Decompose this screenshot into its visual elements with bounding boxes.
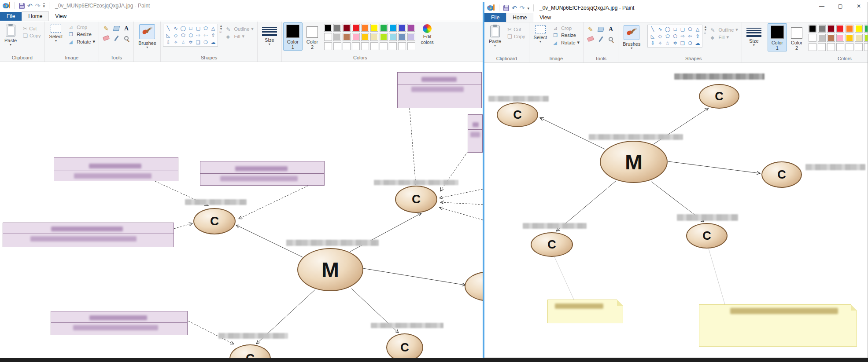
line-shape-icon[interactable]: ╲ <box>164 25 172 32</box>
four-point-star-shape-icon[interactable]: ✧ <box>656 40 664 47</box>
scroll-down-icon[interactable]: ▼ <box>219 27 222 30</box>
crop-button[interactable]: Crop <box>66 24 97 31</box>
brushes-button[interactable]: Brushes ▾ <box>620 23 643 51</box>
curve-shape-icon[interactable]: ∿ <box>172 25 179 32</box>
palette-color-swatch[interactable] <box>389 24 397 32</box>
cut-button[interactable]: ✂ Cut <box>21 25 43 32</box>
drawing-canvas-right[interactable]: CCMCCC <box>485 63 868 358</box>
oval-callout-shape-icon[interactable]: ❍ <box>686 40 694 47</box>
magnifier-icon[interactable] <box>606 34 616 44</box>
tab-file[interactable]: File <box>0 12 22 21</box>
gallery-expand-icon[interactable]: ⍗ <box>219 30 222 34</box>
scroll-up-icon[interactable]: ▲ <box>704 25 707 28</box>
customize-qat-button[interactable]: ▾ <box>43 4 45 8</box>
palette-empty-slot[interactable] <box>352 42 360 50</box>
select-button[interactable]: Select ▾ <box>531 23 550 44</box>
four-point-star-shape-icon[interactable]: ✧ <box>172 39 179 46</box>
palette-color-swatch[interactable] <box>407 33 415 41</box>
size-button[interactable]: Size ▾ <box>259 22 280 47</box>
color2-button[interactable]: Color 2 <box>788 23 805 51</box>
palette-color-swatch[interactable] <box>407 24 415 32</box>
gallery-expand-icon[interactable]: ⍗ <box>704 31 707 35</box>
customize-qat-button[interactable]: ▾ <box>527 6 529 11</box>
select-button[interactable]: Select ▾ <box>46 22 66 44</box>
redo-button[interactable]: ↷ <box>520 5 525 11</box>
six-point-star-shape-icon[interactable]: ✡ <box>187 39 194 46</box>
rotate-button[interactable]: Rotate ▾ <box>551 39 582 46</box>
diamond-shape-icon[interactable]: ◇ <box>656 33 664 40</box>
palette-color-swatch[interactable] <box>398 24 406 32</box>
eraser-icon[interactable] <box>586 34 595 44</box>
palette-color-swatch[interactable] <box>343 24 351 32</box>
tab-file[interactable]: File <box>484 13 506 22</box>
palette-color-swatch[interactable] <box>324 24 332 32</box>
palette-color-swatch[interactable] <box>352 24 360 32</box>
left-arrow-shape-icon[interactable]: ⇦ <box>202 32 209 39</box>
palette-color-swatch[interactable] <box>343 33 351 41</box>
color-picker-icon[interactable] <box>111 33 121 43</box>
tab-view[interactable]: View <box>49 12 73 21</box>
right-arrow-shape-icon[interactable]: ⇨ <box>194 32 202 39</box>
resize-button[interactable]: Resize <box>551 32 582 39</box>
curve-shape-icon[interactable]: ∿ <box>656 26 664 33</box>
palette-empty-slot[interactable] <box>389 42 397 50</box>
copy-button[interactable]: ❏ Copy <box>21 32 43 39</box>
color2-button[interactable]: Color 2 <box>303 22 321 51</box>
copy-button[interactable]: ❏ Copy <box>505 33 527 40</box>
left-arrow-shape-icon[interactable]: ⇦ <box>686 33 694 40</box>
undo-button[interactable]: ↶ <box>27 3 33 9</box>
palette-color-swatch[interactable] <box>855 25 863 33</box>
save-button[interactable] <box>19 3 25 9</box>
brushes-button[interactable]: Brushes ▾ <box>135 22 159 50</box>
undo-button[interactable]: ↶ <box>512 5 517 11</box>
five-point-star-shape-icon[interactable]: ☆ <box>664 40 671 47</box>
size-button[interactable]: Size ▾ <box>743 23 765 48</box>
outline-button[interactable]: Outline ▾ <box>224 25 255 33</box>
palette-empty-slot[interactable] <box>398 42 406 50</box>
cut-button[interactable]: ✂ Cut <box>505 26 527 33</box>
fill-bucket-icon[interactable] <box>111 24 121 33</box>
palette-color-swatch[interactable] <box>398 33 406 41</box>
titlebar-right[interactable]: ↶ ↷ ▾ _0v_MUNp6EfCFzosjqQxgJA.jpg - Pain… <box>484 2 868 14</box>
scroll-up-icon[interactable]: ▲ <box>219 24 222 27</box>
palette-color-swatch[interactable] <box>827 34 835 42</box>
palette-empty-slot[interactable] <box>809 43 816 51</box>
scroll-down-icon[interactable]: ▼ <box>704 28 707 31</box>
triangle-shape-icon[interactable]: △ <box>209 25 217 32</box>
palette-color-swatch[interactable] <box>324 33 332 41</box>
line-shape-icon[interactable]: ╲ <box>649 26 656 33</box>
ellipse-shape-icon[interactable]: ◯ <box>664 26 671 33</box>
paste-button[interactable]: Paste ▾ <box>486 23 504 48</box>
pencil-icon[interactable]: ✎ <box>586 25 595 34</box>
palette-empty-slot[interactable] <box>370 42 378 50</box>
palette-empty-slot[interactable] <box>380 42 388 50</box>
palette-color-swatch[interactable] <box>864 34 868 42</box>
palette-empty-slot[interactable] <box>836 43 844 51</box>
edit-colors-button[interactable]: Edit colors <box>417 22 437 45</box>
magnifier-icon[interactable] <box>122 33 131 43</box>
right-triangle-shape-icon[interactable]: ◺ <box>164 32 172 39</box>
pentagon-shape-icon[interactable]: ⬠ <box>179 32 187 39</box>
palette-color-swatch[interactable] <box>846 34 853 42</box>
palette-color-swatch[interactable] <box>380 33 388 41</box>
palette-color-swatch[interactable] <box>809 34 816 42</box>
palette-empty-slot[interactable] <box>324 42 332 50</box>
text-tool-icon[interactable]: A <box>122 24 131 33</box>
right-triangle-shape-icon[interactable]: ◺ <box>649 33 656 40</box>
save-button[interactable] <box>503 5 509 11</box>
paste-button[interactable]: Paste ▾ <box>1 22 20 48</box>
color-picker-icon[interactable] <box>596 34 606 44</box>
cloud-callout-shape-icon[interactable]: ☁ <box>209 39 217 46</box>
polygon-shape-icon[interactable]: ⬠ <box>202 25 209 32</box>
close-button[interactable]: ✕ <box>853 3 864 9</box>
hexagon-shape-icon[interactable]: ⬡ <box>187 32 194 39</box>
palette-color-swatch[interactable] <box>370 33 378 41</box>
rounded-callout-shape-icon[interactable]: ❑ <box>194 39 202 46</box>
fill-button[interactable]: Fill ▾ <box>708 33 740 41</box>
palette-color-swatch[interactable] <box>380 24 388 32</box>
tab-home[interactable]: Home <box>506 13 533 22</box>
pentagon-shape-icon[interactable]: ⬠ <box>664 33 671 40</box>
down-arrow-shape-icon[interactable]: ⇩ <box>649 40 656 47</box>
hexagon-shape-icon[interactable]: ⬡ <box>671 33 679 40</box>
palette-color-swatch[interactable] <box>855 34 863 42</box>
